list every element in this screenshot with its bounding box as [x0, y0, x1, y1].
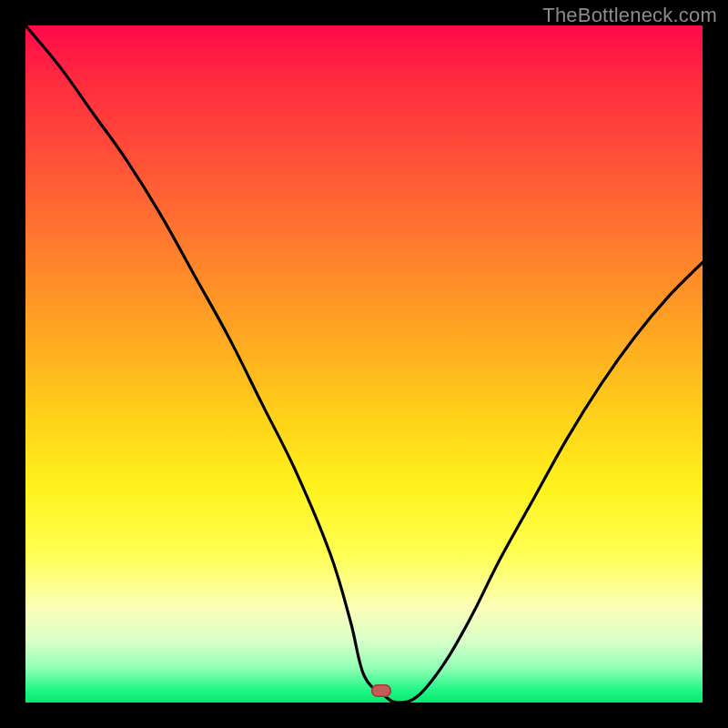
optimum-marker [371, 684, 391, 697]
bottleneck-curve [25, 25, 703, 703]
curve-path [25, 25, 703, 703]
watermark-text: TheBottleneck.com [542, 4, 717, 27]
chart-frame: TheBottleneck.com [0, 0, 728, 728]
plot-area [25, 25, 703, 703]
